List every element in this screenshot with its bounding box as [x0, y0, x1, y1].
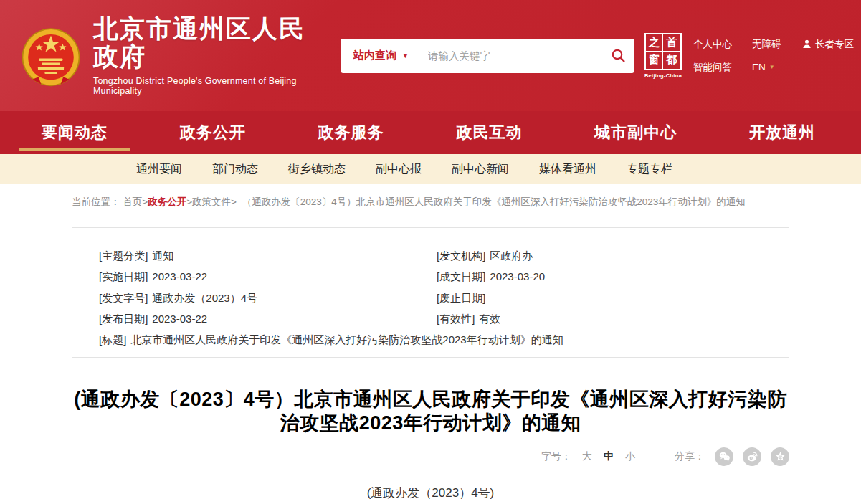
font-size-medium-button[interactable]: 中: [601, 450, 616, 463]
search-input[interactable]: [419, 50, 601, 62]
capital-char-tr: 首: [663, 34, 680, 52]
search-icon: [611, 48, 626, 63]
nav-item-sub-center[interactable]: 城市副中心: [594, 111, 677, 154]
breadcrumb-separator: >: [142, 196, 148, 207]
weibo-share-button[interactable]: [743, 447, 761, 466]
main-nav: 要闻动态 政务公开 政务服务 政民互动 城市副中心 开放通州: [0, 111, 861, 154]
subnav-item-subcenter-paper[interactable]: 副中心报: [376, 162, 422, 177]
document-meta-box: [主题分类]通知 [发文机构]区政府办 [实施日期]2023-03-22 [成文…: [72, 227, 789, 358]
wechat-share-button[interactable]: [715, 447, 733, 466]
personal-center-link[interactable]: 个人中心: [693, 38, 738, 51]
capital-window-grid: 之 首 窗 都: [644, 33, 682, 70]
accessibility-label: 无障碍: [752, 38, 781, 51]
person-icon: [802, 39, 812, 49]
wechat-icon: [718, 450, 731, 462]
subnav-item-tongzhou-news[interactable]: 通州要闻: [136, 162, 182, 177]
content-container: [主题分类]通知 [发文机构]区政府办 [实施日期]2023-03-22 [成文…: [72, 227, 789, 501]
subnav-item-subcenter-news[interactable]: 副中心新闻: [452, 162, 509, 177]
chevron-down-icon: ▼: [769, 64, 775, 70]
meta-title: [标题]北京市通州区人民政府关于印发《通州区深入打好污染防治攻坚战2023年行动…: [99, 333, 774, 346]
breadcrumb-separator: >: [231, 196, 237, 207]
font-size-large-button[interactable]: 大: [580, 450, 594, 463]
subnav-item-media-view[interactable]: 媒体看通州: [539, 162, 596, 177]
site-subtitle: Tongzhou District People's Government of…: [93, 76, 308, 96]
document-number-line: (通政办发（2023）4号): [72, 485, 789, 501]
capital-window-logo[interactable]: 之 首 窗 都 Beijing-China: [643, 33, 683, 79]
breadcrumb-home[interactable]: 首页: [123, 196, 142, 207]
meta-validity: [有效性]有效: [437, 313, 774, 325]
subnav-item-department-news[interactable]: 部门动态: [212, 162, 258, 177]
capital-char-br: 都: [663, 52, 680, 69]
smart-qa-label: 智能问答: [693, 61, 732, 74]
capital-char-bl: 窗: [646, 52, 663, 69]
personal-center-label: 个人中心: [693, 38, 732, 51]
share-label: 分享：: [675, 450, 705, 463]
meta-issuing-agency: [发文机构]区政府办: [437, 249, 774, 262]
chevron-down-icon: ▼: [402, 52, 409, 60]
qzone-share-button[interactable]: [771, 447, 789, 466]
language-label: EN: [752, 62, 766, 72]
capital-char-tl: 之: [646, 34, 663, 52]
nav-item-gov-services[interactable]: 政务服务: [318, 111, 384, 154]
page-title: (通政办发〔2023〕4号）北京市通州区人民政府关于印发《通州区深入打好污染防治…: [72, 388, 789, 435]
font-size-small-button[interactable]: 小: [623, 450, 637, 463]
breadcrumb-current: （通政办发〔2023〕4号）北京市通州区人民政府关于印发《通州区深入打好污染防治…: [242, 196, 746, 207]
document-toolbar: 字号： 大 中 小 分享：: [72, 447, 789, 466]
nav-item-open-tongzhou[interactable]: 开放通州: [749, 111, 815, 154]
header-links: 个人中心 无障碍 长者专区 智能问答 EN ▼: [693, 38, 854, 74]
elderly-zone-label: 长者专区: [815, 38, 854, 51]
meta-publish-date: [发布日期]2023-03-22: [99, 313, 437, 325]
weibo-icon: [746, 450, 758, 462]
brand-text: 北京市通州区人民政府 Tongzhou District People's Go…: [93, 15, 308, 96]
subnav-item-township-news[interactable]: 街乡镇动态: [288, 162, 346, 177]
meta-written-date: [成文日期]2023-03-20: [437, 270, 774, 282]
national-emblem-icon: [20, 25, 82, 87]
share-icons: [715, 447, 789, 466]
language-switcher[interactable]: EN ▼: [752, 62, 788, 72]
search-category-dropdown[interactable]: 站内查询 ▼: [341, 49, 419, 62]
meta-topic-category: [主题分类]通知: [99, 249, 437, 262]
subnav-item-special-topics[interactable]: 专题专栏: [627, 162, 672, 177]
site-title: 北京市通州区人民政府: [93, 15, 308, 70]
search-category-label: 站内查询: [353, 49, 396, 62]
brand[interactable]: 北京市通州区人民政府 Tongzhou District People's Go…: [20, 15, 308, 96]
smart-qa-link[interactable]: 智能问答: [693, 61, 738, 74]
meta-document-number: [发文字号]通政办发（2023）4号: [99, 292, 437, 304]
document-meta-grid: [主题分类]通知 [发文机构]区政府办 [实施日期]2023-03-22 [成文…: [99, 249, 774, 346]
breadcrumb: 当前位置： 首页>政务公开>政策文件> （通政办发〔2023〕4号）北京市通州区…: [72, 184, 789, 216]
nav-item-news[interactable]: 要闻动态: [42, 111, 108, 154]
capital-logo-caption: Beijing-China: [643, 72, 683, 79]
nav-item-interaction[interactable]: 政民互动: [456, 111, 522, 154]
breadcrumb-gov-affairs[interactable]: 政务公开: [148, 196, 186, 207]
sub-nav: 通州要闻 部门动态 街乡镇动态 副中心报 副中心新闻 媒体看通州 专题专栏: [0, 154, 861, 184]
site-header: 北京市通州区人民政府 Tongzhou District People's Go…: [0, 0, 861, 111]
accessibility-link[interactable]: 无障碍: [752, 38, 788, 51]
meta-repeal-date: [废止日期]: [437, 292, 774, 304]
qzone-star-icon: [774, 450, 786, 462]
breadcrumb-policy-docs[interactable]: 政策文件: [192, 196, 231, 207]
elderly-zone-link[interactable]: 长者专区: [802, 38, 854, 51]
meta-implementation-date: [实施日期]2023-03-22: [99, 270, 437, 282]
font-size-label: 字号：: [541, 450, 571, 463]
search-bar: 站内查询 ▼: [341, 39, 634, 73]
breadcrumb-separator: >: [186, 196, 192, 207]
nav-item-gov-affairs[interactable]: 政务公开: [180, 111, 246, 154]
search-button[interactable]: [601, 39, 634, 73]
breadcrumb-prefix: 当前位置：: [72, 196, 120, 207]
